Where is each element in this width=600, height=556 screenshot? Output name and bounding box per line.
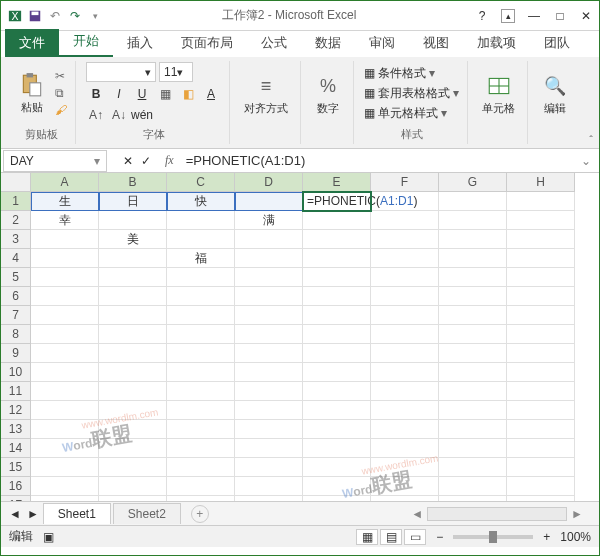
border-button[interactable]: ▦: [155, 85, 175, 103]
cell[interactable]: [31, 401, 99, 420]
tab-insert[interactable]: 插入: [113, 29, 167, 57]
cell[interactable]: [371, 401, 439, 420]
cell[interactable]: [303, 268, 371, 287]
cell[interactable]: [507, 192, 575, 211]
cell[interactable]: [235, 287, 303, 306]
zoom-in-button[interactable]: +: [543, 530, 550, 544]
cell[interactable]: [235, 458, 303, 477]
cell[interactable]: [167, 268, 235, 287]
tab-addins[interactable]: 加载项: [463, 29, 530, 57]
conditional-format-button[interactable]: ▦条件格式 ▾: [364, 65, 459, 82]
cell[interactable]: [507, 458, 575, 477]
cell[interactable]: [303, 325, 371, 344]
cell[interactable]: [303, 477, 371, 496]
cell[interactable]: [303, 230, 371, 249]
cell[interactable]: [31, 325, 99, 344]
cell[interactable]: [167, 458, 235, 477]
cell[interactable]: [371, 211, 439, 230]
tab-layout[interactable]: 页面布局: [167, 29, 247, 57]
cell[interactable]: [371, 268, 439, 287]
format-painter-icon[interactable]: 🖌: [55, 103, 67, 117]
cell[interactable]: [439, 496, 507, 501]
maximize-icon[interactable]: □: [553, 9, 567, 23]
cell[interactable]: [303, 306, 371, 325]
tab-review[interactable]: 审阅: [355, 29, 409, 57]
cell[interactable]: [31, 477, 99, 496]
row-header[interactable]: 16: [1, 477, 31, 496]
cell[interactable]: [439, 439, 507, 458]
column-header[interactable]: F: [371, 173, 439, 192]
decrease-font-icon[interactable]: A↓: [109, 106, 129, 124]
cell[interactable]: [235, 401, 303, 420]
sheet-prev-icon[interactable]: ◄: [7, 507, 23, 521]
cell[interactable]: [371, 249, 439, 268]
cell[interactable]: [31, 496, 99, 501]
cell[interactable]: [31, 230, 99, 249]
cell[interactable]: [167, 325, 235, 344]
zoom-level[interactable]: 100%: [560, 530, 591, 544]
sheet-tab-2[interactable]: Sheet2: [113, 503, 181, 524]
cell[interactable]: [371, 306, 439, 325]
number-button[interactable]: % 数字: [311, 71, 345, 118]
row-header[interactable]: 1: [1, 192, 31, 211]
cell[interactable]: [99, 439, 167, 458]
cell[interactable]: [99, 211, 167, 230]
fill-color-button[interactable]: ◧: [178, 85, 198, 103]
row-header[interactable]: 7: [1, 306, 31, 325]
cell[interactable]: [167, 211, 235, 230]
cell[interactable]: [371, 325, 439, 344]
cell[interactable]: [439, 363, 507, 382]
horizontal-scrollbar[interactable]: ◄ ►: [211, 507, 593, 521]
column-header[interactable]: E: [303, 173, 371, 192]
phonetic-guide-icon[interactable]: wén: [132, 106, 152, 124]
tab-team[interactable]: 团队: [530, 29, 584, 57]
minimize-icon[interactable]: ―: [527, 9, 541, 23]
save-icon[interactable]: [27, 8, 43, 24]
cell[interactable]: [99, 382, 167, 401]
select-all-corner[interactable]: [1, 173, 31, 192]
cell[interactable]: [167, 344, 235, 363]
row-header[interactable]: 10: [1, 363, 31, 382]
cell[interactable]: [507, 401, 575, 420]
copy-icon[interactable]: ⧉: [55, 86, 67, 100]
cell[interactable]: [371, 382, 439, 401]
cell[interactable]: [167, 382, 235, 401]
cell[interactable]: [31, 363, 99, 382]
underline-button[interactable]: U: [132, 85, 152, 103]
cell[interactable]: [439, 420, 507, 439]
cell[interactable]: [439, 401, 507, 420]
qat-dropdown-icon[interactable]: ▾: [87, 8, 103, 24]
cell[interactable]: [439, 325, 507, 344]
cell[interactable]: [439, 192, 507, 211]
cell[interactable]: [439, 477, 507, 496]
cell[interactable]: [507, 230, 575, 249]
undo-icon[interactable]: ↶: [47, 8, 63, 24]
cell[interactable]: [507, 344, 575, 363]
alignment-button[interactable]: ≡ 对齐方式: [240, 71, 292, 118]
cell[interactable]: [235, 344, 303, 363]
cell[interactable]: [99, 458, 167, 477]
tab-formulas[interactable]: 公式: [247, 29, 301, 57]
font-color-button[interactable]: A: [201, 85, 221, 103]
cell[interactable]: [99, 287, 167, 306]
cell[interactable]: [371, 363, 439, 382]
redo-icon[interactable]: ↷: [67, 8, 83, 24]
row-header[interactable]: 15: [1, 458, 31, 477]
cell[interactable]: [235, 420, 303, 439]
cell[interactable]: [507, 477, 575, 496]
cell[interactable]: [303, 496, 371, 501]
cell[interactable]: 福: [167, 249, 235, 268]
cell[interactable]: [235, 363, 303, 382]
page-break-view-button[interactable]: ▭: [404, 529, 426, 545]
name-box[interactable]: DAY▾: [3, 150, 107, 172]
cell[interactable]: [371, 477, 439, 496]
cell[interactable]: [167, 287, 235, 306]
cell[interactable]: [167, 306, 235, 325]
paste-button[interactable]: 粘贴: [15, 70, 49, 117]
close-icon[interactable]: ✕: [579, 9, 593, 23]
cell[interactable]: [235, 496, 303, 501]
cell[interactable]: [235, 477, 303, 496]
cell[interactable]: [439, 230, 507, 249]
cell[interactable]: [167, 477, 235, 496]
cell[interactable]: [303, 363, 371, 382]
